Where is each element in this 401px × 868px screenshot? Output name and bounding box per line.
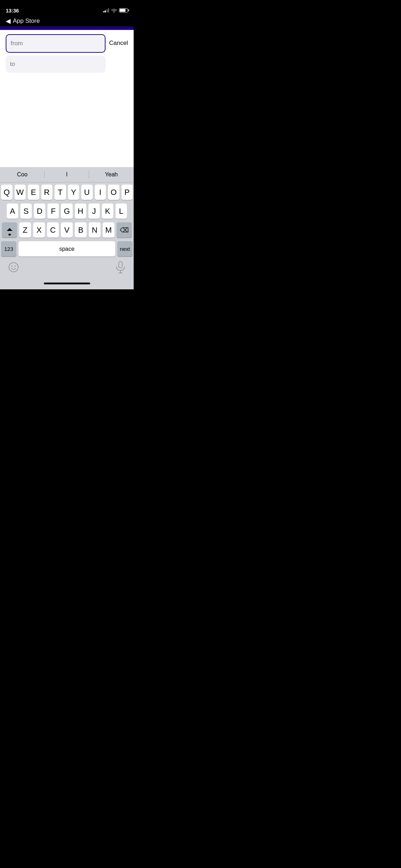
status-bar: 13:36 [0, 0, 134, 16]
nav-bar: ◀ App Store [0, 16, 134, 26]
key-t[interactable]: T [55, 185, 66, 200]
key-j[interactable]: J [88, 203, 100, 219]
search-fields [6, 34, 106, 73]
delete-icon: ⌫ [120, 226, 129, 234]
signal-icon [103, 8, 109, 12]
svg-rect-4 [119, 262, 122, 268]
home-bar [44, 283, 90, 284]
key-e[interactable]: E [28, 185, 39, 200]
key-f[interactable]: F [47, 203, 59, 219]
cancel-button[interactable]: Cancel [109, 34, 128, 47]
back-button[interactable]: ◀ App Store [6, 17, 40, 25]
key-row-4: 123 space next [1, 241, 133, 257]
key-q[interactable]: Q [1, 185, 12, 200]
shift-key[interactable] [2, 222, 17, 238]
key-k[interactable]: K [102, 203, 113, 219]
from-input[interactable] [6, 34, 106, 53]
mic-icon [116, 261, 125, 273]
content-space [0, 77, 134, 177]
blue-bar [0, 26, 134, 30]
svg-point-0 [114, 12, 114, 12]
emoji-button[interactable] [6, 260, 21, 274]
key-c[interactable]: C [47, 222, 59, 238]
back-chevron-icon: ◀ [6, 17, 11, 25]
numbers-key[interactable]: 123 [1, 241, 16, 257]
keyboard: Coo I Yeah Q W E R T Y U I O P A S D F G… [0, 167, 134, 289]
key-a[interactable]: A [7, 203, 18, 219]
key-i[interactable]: I [95, 185, 106, 200]
status-time: 13:36 [6, 7, 19, 14]
home-indicator [0, 277, 134, 289]
key-row-2: A S D F G H J K L [1, 203, 133, 219]
autocomplete-bar: Coo I Yeah [0, 167, 134, 182]
key-n[interactable]: N [89, 222, 101, 238]
autocomplete-suggestion-3[interactable]: Yeah [89, 170, 134, 179]
search-area: Cancel [0, 30, 134, 77]
battery-icon [119, 8, 128, 12]
autocomplete-suggestion-1[interactable]: Coo [0, 170, 45, 179]
key-r[interactable]: R [41, 185, 53, 200]
back-label: App Store [13, 17, 40, 25]
key-b[interactable]: B [75, 222, 87, 238]
emoji-icon [8, 262, 19, 273]
autocomplete-suggestion-2[interactable]: I [45, 170, 89, 179]
key-m[interactable]: M [103, 222, 114, 238]
status-icons [103, 8, 128, 12]
key-u[interactable]: U [81, 185, 93, 200]
svg-point-3 [15, 266, 16, 267]
wifi-icon [111, 8, 117, 12]
key-o[interactable]: O [108, 185, 119, 200]
key-z[interactable]: Z [19, 222, 31, 238]
svg-point-2 [11, 266, 12, 267]
key-v[interactable]: V [61, 222, 73, 238]
to-input[interactable] [6, 56, 106, 73]
space-key[interactable]: space [19, 241, 115, 257]
svg-point-1 [9, 263, 18, 272]
key-l[interactable]: L [115, 203, 127, 219]
key-s[interactable]: S [20, 203, 32, 219]
key-d[interactable]: D [34, 203, 45, 219]
next-key[interactable]: next [117, 241, 133, 257]
key-g[interactable]: G [61, 203, 72, 219]
key-w[interactable]: W [15, 185, 26, 200]
key-y[interactable]: Y [68, 185, 79, 200]
keyboard-bottom-row [0, 258, 134, 277]
delete-key[interactable]: ⌫ [117, 222, 132, 238]
key-row-1: Q W E R T Y U I O P [1, 185, 133, 200]
key-row-3: Z X C V B N M ⌫ [1, 222, 133, 238]
key-p[interactable]: P [122, 185, 133, 200]
main-content: Cancel [0, 30, 134, 177]
mic-button[interactable] [113, 260, 128, 274]
keyboard-rows: Q W E R T Y U I O P A S D F G H J K L [0, 182, 134, 258]
key-x[interactable]: X [33, 222, 45, 238]
key-h[interactable]: H [75, 203, 86, 219]
